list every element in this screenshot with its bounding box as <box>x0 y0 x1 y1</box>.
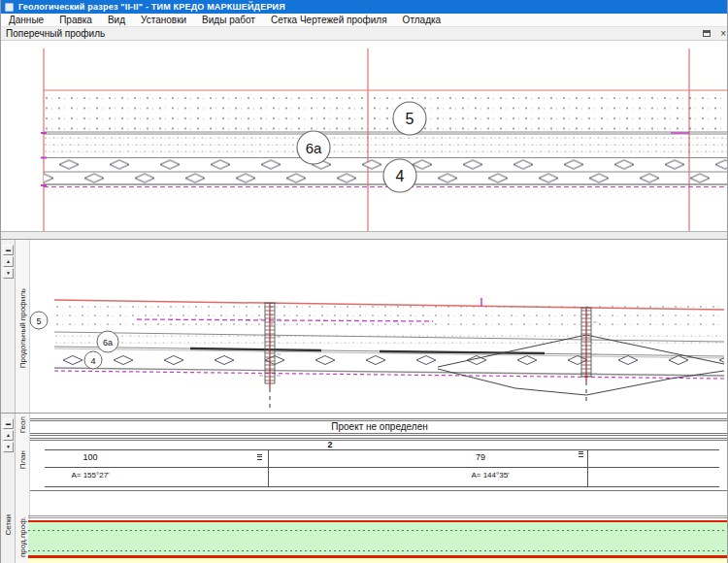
project-status-text: Проект не определен <box>30 421 728 432</box>
menu-item-setka-chertezhej[interactable]: Сетка Чертежей профиля <box>263 15 395 25</box>
layer-circle-6a: 6а <box>103 338 113 348</box>
collapse-button[interactable]: ▬ <box>3 418 14 429</box>
plan-grid-border <box>30 438 728 439</box>
app-icon <box>5 3 14 12</box>
long-profile-canvas[interactable]: 5 6а 4 <box>30 240 728 413</box>
menu-item-vid[interactable]: Вид <box>100 15 133 25</box>
profile-layers <box>54 298 724 395</box>
grid-row-label-plan: План <box>18 450 27 469</box>
menu-item-otladka[interactable]: Отладка <box>395 15 449 25</box>
project-bar-border <box>30 418 728 419</box>
plan-grid-line <box>45 486 719 487</box>
plan-azimuth-1: А= 155°27' <box>71 471 109 480</box>
grids-panel-label: Сетки <box>4 514 13 536</box>
menu-item-vidy-rabot[interactable]: Виды работ <box>194 15 263 25</box>
plan-grid-line <box>45 467 719 468</box>
plan-distance-2: 79 <box>476 452 485 462</box>
application-window: Геологический разрез "II-II" - ТИМ КРЕДО… <box>0 0 728 563</box>
panel-title: Поперечный профиль <box>1 28 703 39</box>
plan-grid-line <box>45 449 719 450</box>
plan-distance-1: 100 <box>83 452 97 462</box>
cross-profile-panel-header: Поперечный профиль × <box>1 27 728 41</box>
menu-item-ustanovki[interactable]: Установки <box>133 15 194 25</box>
layer-circle-4: 4 <box>396 168 405 184</box>
long-profile-panel-label: Продольный профиль <box>18 288 27 368</box>
move-up-button[interactable]: ▲ <box>3 256 14 267</box>
long-profile-button-column: ▬ ▲ ▼ <box>1 240 16 413</box>
band-border <box>28 515 728 516</box>
grid-row-label-geol: Геол <box>18 416 27 433</box>
menu-bar: Данные Правка Вид Установки Виды работ С… <box>1 14 728 27</box>
layer-circle-6a: 6а <box>306 140 322 156</box>
close-icon[interactable]: × <box>720 29 726 39</box>
title-bar: Геологический разрез "II-II" - ТИМ КРЕДО… <box>1 0 728 14</box>
move-up-button[interactable]: ▲ <box>3 430 14 441</box>
project-bar-border <box>30 433 728 434</box>
layer-circle-4: 4 <box>90 356 95 366</box>
band-dashed-line <box>28 550 728 551</box>
move-down-button[interactable]: ▼ <box>3 442 14 452</box>
plan-grid-border <box>30 440 728 441</box>
plan-grid-divider <box>268 449 269 486</box>
float-panel-icon[interactable] <box>703 30 711 37</box>
station-marker <box>579 449 583 457</box>
cross-profile-canvas[interactable]: 5 6а 4 <box>1 41 728 231</box>
plan-grid-bottom-border <box>30 490 728 491</box>
plan-azimuth-2: А= 144°35' <box>471 471 509 480</box>
menu-item-pravka[interactable]: Правка <box>51 15 100 25</box>
grid-row-label-prod-prof: прод.проф. <box>18 516 27 557</box>
band-dashed-line <box>28 530 728 531</box>
menu-item-dannye[interactable]: Данные <box>1 15 51 25</box>
long-profile-label-strip: Продольный профиль <box>16 240 30 413</box>
collapse-button[interactable]: ▬ <box>3 245 14 255</box>
plan-grid-header: 2 <box>327 440 332 449</box>
plan-grid-divider <box>587 449 588 486</box>
project-bar-border <box>30 435 728 436</box>
layer-circle-5: 5 <box>406 111 414 127</box>
band-yellow-strip <box>28 558 728 563</box>
move-down-button[interactable]: ▼ <box>3 268 14 279</box>
grids-button-column: ▬ ▲ ▼ Сетки <box>1 414 16 563</box>
divider <box>1 413 728 414</box>
band-border <box>28 517 728 518</box>
panel-separator <box>1 231 728 239</box>
station-marker <box>257 452 262 460</box>
layer-circle-5: 5 <box>36 316 41 326</box>
window-title: Геологический разрез "II-II" - ТИМ КРЕДО… <box>18 2 285 12</box>
